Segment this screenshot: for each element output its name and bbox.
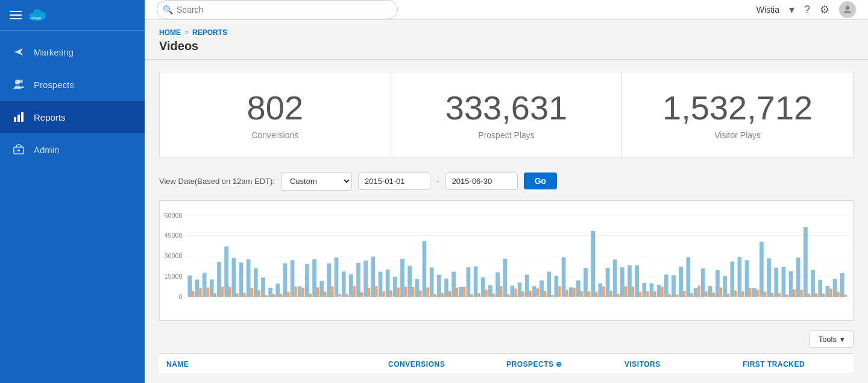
svg-rect-106 (492, 293, 495, 296)
svg-rect-109 (503, 259, 507, 297)
breadcrumb-home[interactable]: HOME (159, 28, 181, 37)
svg-rect-149 (650, 283, 654, 296)
svg-rect-170 (727, 294, 729, 297)
svg-rect-82 (404, 286, 407, 297)
svg-rect-80 (397, 287, 400, 296)
date-to-input[interactable] (445, 173, 518, 190)
svg-rect-86 (419, 290, 421, 296)
svg-rect-90 (433, 294, 436, 297)
sidebar-item-label: Marketing (34, 47, 74, 57)
svg-rect-168 (720, 287, 722, 296)
sidebar: pardot Marketing Prospects (0, 0, 145, 383)
main-content: 🔍 Wistia ▾ ? ⚙ HOME > REPORTS Videos (145, 0, 868, 383)
svg-rect-9 (21, 112, 24, 122)
svg-rect-120 (544, 291, 546, 297)
svg-rect-7 (14, 117, 16, 122)
svg-rect-62 (331, 286, 333, 296)
svg-rect-72 (368, 288, 370, 297)
col-prospects[interactable]: PROSPECTS ⊕ (499, 360, 617, 369)
svg-rect-134 (595, 291, 597, 296)
sidebar-item-reports[interactable]: Reports (0, 101, 145, 133)
col-name[interactable]: NAME (159, 360, 381, 369)
svg-rect-85 (415, 279, 419, 297)
breadcrumb-reports[interactable]: REPORTS (192, 28, 227, 37)
tools-row: Tools ▾ (159, 331, 854, 348)
tools-button[interactable]: Tools ▾ (810, 331, 854, 348)
prospect-plays-value: 333,631 (445, 89, 567, 127)
visitor-plays-value: 1,532,712 (662, 89, 813, 127)
svg-rect-25 (195, 279, 200, 297)
sidebar-item-label: Reports (34, 112, 66, 122)
col-first-tracked[interactable]: FIRST TRACKED (735, 360, 854, 369)
svg-rect-95 (451, 271, 456, 297)
tools-dropdown-icon: ▾ (840, 335, 844, 344)
svg-rect-159 (686, 257, 690, 297)
svg-rect-51 (291, 260, 295, 297)
svg-rect-102 (477, 293, 480, 297)
date-filter-label: View Date(Based on 12am EDT): (159, 177, 275, 186)
date-from-input[interactable] (358, 173, 430, 190)
stat-card-conversions: 802 Conversions (159, 72, 391, 157)
dropdown-icon[interactable]: ▾ (789, 3, 794, 16)
hamburger-menu-icon[interactable] (10, 11, 22, 19)
marketing-icon (12, 45, 25, 59)
svg-rect-107 (495, 272, 500, 297)
svg-rect-103 (481, 277, 485, 297)
date-range-select[interactable]: Custom Last 7 Days Last 30 Days Last 90 … (281, 172, 352, 191)
svg-rect-91 (437, 274, 441, 296)
svg-rect-161 (694, 288, 698, 297)
svg-rect-42 (258, 290, 260, 297)
svg-rect-69 (356, 262, 360, 296)
svg-rect-71 (363, 261, 368, 297)
svg-rect-178 (756, 290, 759, 297)
svg-rect-40 (250, 288, 253, 297)
svg-rect-154 (668, 294, 671, 297)
svg-rect-176 (749, 288, 751, 296)
svg-rect-94 (448, 291, 451, 297)
svg-rect-181 (767, 258, 771, 297)
salesforce-logo-icon: pardot (28, 8, 47, 22)
sidebar-nav: Marketing Prospects (0, 31, 145, 166)
col-visitors[interactable]: VISITORS (617, 360, 735, 369)
sidebar-item-admin[interactable]: Admin (0, 133, 145, 166)
tools-label: Tools (819, 335, 837, 344)
svg-rect-173 (738, 257, 742, 297)
settings-icon[interactable]: ⚙ (820, 3, 829, 16)
svg-rect-30 (214, 293, 216, 297)
topbar: 🔍 Wistia ▾ ? ⚙ (145, 0, 868, 20)
svg-rect-126 (565, 290, 568, 297)
col-conversions[interactable]: CONVERSIONS (381, 360, 499, 369)
svg-rect-128 (573, 288, 576, 297)
sidebar-item-label: Admin (34, 145, 60, 155)
sidebar-item-label: Prospects (34, 80, 74, 90)
go-button[interactable]: Go (524, 173, 557, 189)
svg-rect-191 (804, 227, 808, 297)
sidebar-item-marketing[interactable]: Marketing (0, 36, 145, 68)
svg-rect-131 (583, 268, 588, 297)
svg-rect-31 (217, 262, 221, 297)
conversions-label: Conversions (251, 130, 298, 140)
svg-rect-197 (826, 286, 830, 297)
svg-rect-84 (412, 287, 414, 297)
help-icon[interactable]: ? (804, 4, 810, 16)
user-avatar[interactable] (839, 1, 856, 18)
svg-rect-175 (745, 260, 749, 297)
svg-rect-87 (423, 241, 427, 296)
svg-rect-127 (569, 287, 573, 297)
svg-rect-100 (470, 294, 473, 297)
reports-icon (12, 110, 25, 124)
svg-rect-135 (599, 283, 603, 297)
chart-container: 60000 45000 30000 15000 0 (159, 200, 854, 321)
sidebar-item-prospects[interactable]: Prospects (0, 68, 145, 101)
svg-rect-93 (444, 278, 448, 296)
chart-svg: 60000 45000 30000 15000 0 (165, 210, 848, 315)
search-input[interactable] (157, 0, 398, 19)
svg-rect-200 (837, 291, 839, 296)
svg-rect-76 (382, 291, 385, 296)
svg-rect-78 (390, 290, 392, 297)
svg-rect-132 (588, 291, 590, 297)
date-separator: - (436, 176, 439, 186)
svg-rect-27 (203, 273, 207, 297)
breadcrumb-separator: > (184, 28, 189, 37)
search-container: 🔍 (157, 0, 398, 19)
